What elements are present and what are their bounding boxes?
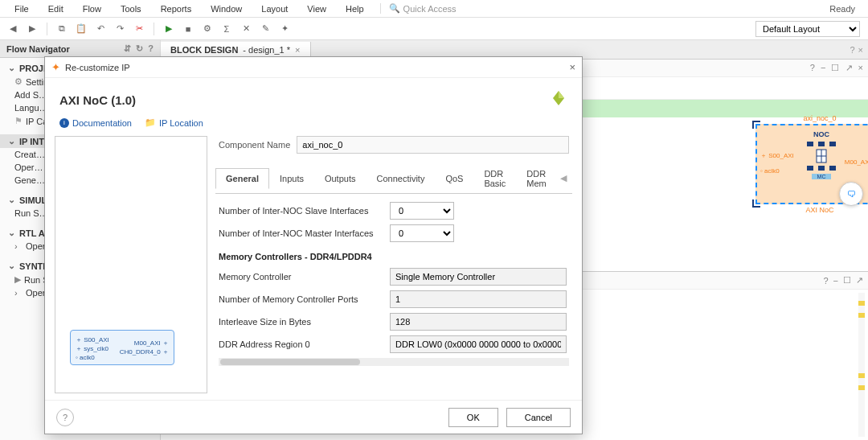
edit-icon[interactable]: ✎ [257, 21, 273, 37]
tab-general[interactable]: General [215, 168, 269, 189]
isz-label: Interleave Size in Bytes [219, 317, 383, 327]
close-icon[interactable]: × [569, 61, 575, 73]
tab-inputs[interactable]: Inputs [269, 168, 314, 188]
svg-rect-8 [829, 166, 836, 171]
svg-rect-6 [807, 166, 813, 171]
menubar: File Edit Flow Tools Reports Window Layo… [0, 0, 868, 18]
close-icon[interactable]: × [858, 63, 863, 72]
help-button[interactable]: ? [56, 409, 74, 426]
svg-rect-0 [818, 142, 825, 146]
paste-icon[interactable]: 📋 [73, 21, 89, 37]
menu-layout[interactable]: Layout [252, 2, 297, 16]
documentation-link[interactable]: iDocumentation [59, 117, 132, 128]
mcp-label: Number of Memory Controller Ports [219, 294, 383, 304]
slave-label: Number of Inter-NOC Slave Interfaces [219, 206, 383, 216]
section-memctrl: Memory Controllers - DDR4/LPDDR4 [219, 252, 569, 261]
tab-ddrmem[interactable]: DDR Mem [516, 163, 556, 193]
cancel-button[interactable]: Cancel [506, 408, 571, 427]
run-icon[interactable]: ▶ [161, 21, 177, 37]
preview-block: ＋ S00_AXI＋ sys_clk0◦ aclk0 M00_AXI ＋CH0_… [70, 330, 174, 365]
mc-label: Memory Controller [219, 272, 383, 282]
noc-icon [805, 140, 837, 172]
dialog-title: Re-customize IP [65, 63, 130, 72]
sigma-icon[interactable]: Σ [219, 21, 235, 37]
menu-view[interactable]: View [297, 2, 336, 16]
maximize-icon[interactable]: ☐ [831, 63, 839, 72]
svg-rect-2 [829, 142, 836, 146]
menu-file[interactable]: File [5, 2, 39, 16]
menu-window[interactable]: Window [201, 2, 252, 16]
assistant-bubble[interactable]: 🗨 [839, 182, 863, 206]
recustomize-ip-dialog: ✦ Re-customize IP × AXI NoC (1.0) iDocum… [44, 56, 583, 434]
svg-rect-1 [807, 142, 813, 146]
search-icon: 🔍 [389, 3, 400, 14]
svg-rect-7 [818, 166, 825, 171]
popout-icon[interactable]: ↗ [845, 63, 853, 72]
main-toolbar: ◀ ▶ ⧉ 📋 ↶ ↷ ✂ ▶ ■ ⚙ Σ ✕ ✎ ✦ Default Layo… [0, 18, 868, 40]
help-icon[interactable]: ? [850, 45, 854, 55]
back-icon[interactable]: ◀ [5, 21, 21, 37]
tab-left-icon[interactable]: ◀ [557, 171, 570, 185]
slave-select[interactable]: 0 [390, 202, 454, 220]
redo-icon[interactable]: ↷ [112, 21, 128, 37]
pin-icon[interactable]: ⇵ [124, 43, 131, 54]
master-select[interactable]: 0 [390, 224, 454, 242]
stop-icon[interactable]: ■ [180, 21, 196, 37]
popout-icon[interactable]: ↗ [856, 275, 863, 286]
tab-qos[interactable]: QoS [435, 168, 473, 188]
gear-icon[interactable]: ⚙ [199, 21, 215, 37]
undo-icon[interactable]: ↶ [92, 21, 108, 37]
quick-access[interactable]: 🔍 Quick Access [380, 3, 457, 14]
layout-select[interactable]: Default Layout [755, 21, 860, 37]
ddr-input[interactable] [390, 335, 567, 353]
component-name-input[interactable] [297, 136, 569, 154]
menu-reports[interactable]: Reports [151, 2, 202, 16]
tab-outputs[interactable]: Outputs [314, 168, 366, 188]
help-icon[interactable]: ? [810, 63, 815, 72]
tab-ddrbasic[interactable]: DDR Basic [473, 163, 516, 193]
cancel-icon[interactable]: ✕ [238, 21, 254, 37]
forward-icon[interactable]: ▶ [24, 21, 40, 37]
menu-tools[interactable]: Tools [111, 2, 151, 16]
flownav-title: Flow Navigator [6, 44, 70, 54]
ok-button[interactable]: OK [448, 408, 498, 427]
master-label: Number of Inter-NOC Master Interfaces [219, 228, 383, 238]
quick-access-label: Quick Access [403, 4, 457, 14]
ddr-label: DDR Address Region 0 [219, 339, 383, 349]
close-tab-icon[interactable]: × [295, 45, 300, 55]
menu-flow[interactable]: Flow [73, 2, 111, 16]
minimize-icon[interactable]: − [833, 276, 838, 286]
mc-input[interactable] [390, 268, 567, 286]
ip-preview[interactable]: ＋ S00_AXI＋ sys_clk0◦ aclk0 M00_AXI ＋CH0_… [55, 136, 207, 393]
minimize-icon[interactable]: − [821, 63, 825, 72]
ip-icon: ✦ [51, 61, 60, 73]
menu-help[interactable]: Help [336, 2, 374, 16]
h-scrollbar[interactable] [219, 358, 569, 366]
tab-block-design[interactable]: BLOCK DESIGN - design_1 * × [161, 42, 311, 58]
plugin-icon[interactable]: ✦ [276, 21, 293, 37]
tab-connectivity[interactable]: Connectivity [366, 168, 435, 188]
refresh-icon[interactable]: ↻ [136, 43, 143, 54]
copy-icon[interactable]: ⧉ [54, 21, 70, 37]
help-icon[interactable]: ? [148, 43, 154, 54]
isz-input[interactable] [390, 313, 567, 331]
maximize-icon[interactable]: ☐ [843, 275, 851, 286]
vendor-logo-icon [550, 89, 567, 111]
close-icon[interactable]: × [858, 45, 863, 55]
prop-tabs: General Inputs Outputs Connectivity QoS … [215, 163, 572, 194]
component-name-label: Component Name [219, 140, 290, 150]
menu-edit[interactable]: Edit [39, 2, 73, 16]
status-ready: Ready [829, 4, 855, 14]
mcp-input[interactable] [390, 290, 567, 308]
help-icon[interactable]: ? [823, 276, 828, 286]
cut-icon[interactable]: ✂ [131, 21, 147, 37]
ip-name: AXI NoC (1.0) [59, 93, 136, 107]
ip-location-link[interactable]: 📁IP Location [145, 117, 203, 128]
